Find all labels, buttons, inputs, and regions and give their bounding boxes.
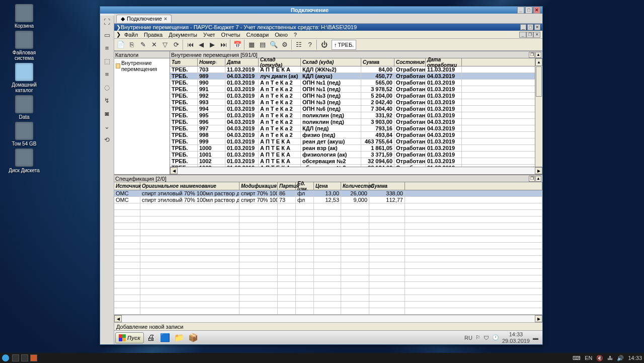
mdi-icon[interactable]: ❯ [116,31,121,38]
host-sound-icon[interactable]: 🔊 [617,355,624,361]
spec-col-header[interactable]: Оригинальное наименование [140,182,239,190]
tb-exit-icon[interactable]: ⏻ [318,39,330,50]
desktop-icon-data[interactable]: Data [4,95,44,120]
tb-grid1-icon[interactable]: ▦ [246,39,257,50]
spec-col-header[interactable]: Цена [314,182,341,190]
tb-help-icon[interactable]: ? [304,39,315,50]
main-col-header[interactable]: Сумма [361,58,394,66]
taskbar-printer-icon[interactable]: 🖨 [145,332,157,343]
host-app1-icon[interactable] [12,354,19,361]
main-grid-body[interactable]: ТРЕБ.70311.03.2019А П Т Е К АКДЛ (ЖК№2)8… [170,66,542,167]
tool-down-icon[interactable]: ⌄ [103,122,111,130]
host-time[interactable]: 14:33 [628,355,642,361]
desktop-icon-home[interactable]: Домашний каталог [4,63,44,93]
spec-col-header[interactable]: Партия [278,182,296,190]
tb-edit-icon[interactable]: ✎ [137,39,148,50]
catalog-tree[interactable]: Внутренние перемещения [114,58,170,174]
table-row[interactable]: ТРЕБ.100001.03.2019А П Т Е К Ареан взр (… [170,145,542,152]
main-hscroll[interactable]: ◀▶ [170,167,542,174]
sort-box[interactable]: ↑ТРЕБ. [332,40,356,50]
tb-search-icon[interactable]: 🔍 [268,39,279,50]
tool-eyedrop-icon[interactable]: ◌ [103,83,111,91]
tb-tools-icon[interactable]: ⚙ [279,39,290,50]
tb-new-icon[interactable]: 📄 [115,39,126,50]
table-row[interactable]: ТРЕБ.70311.03.2019А П Т Е К АКДЛ (ЖК№2)8… [170,66,542,73]
tab-close-icon[interactable]: × [164,16,167,22]
tool-camera-icon[interactable]: ◙ [103,109,111,117]
close-icon[interactable]: ✕ [533,7,540,14]
spec-hscroll[interactable]: ◀▶ [114,315,542,322]
tray-clock-icon[interactable]: 🕐 [492,334,499,341]
table-row[interactable]: ТРЕБ.99001.03.2019А п Т е К а 2ОПН №1 (п… [170,80,542,86]
host-app3-icon[interactable] [30,354,37,361]
table-row[interactable]: ТРЕБ.99101.03.2019А п Т е К а 2ОПН №1 (п… [170,86,542,93]
main-col-header[interactable]: Дата отработки [426,58,462,66]
menu-documents[interactable]: Документы [166,32,200,38]
child-minimize-icon[interactable]: _ [520,24,526,30]
host-app2-icon[interactable] [21,354,28,361]
table-row[interactable]: ОМСспирт этиловый 70% 100мл раствор для … [114,190,542,197]
tool-crop-icon[interactable]: ⬚ [103,57,111,65]
taskbar-app2-icon[interactable]: 📦 [187,332,199,343]
menu-accounting[interactable]: Учет [201,32,218,38]
tool-wrench-icon[interactable]: ↯ [103,96,111,104]
spec-col-header[interactable]: Количество [341,182,369,190]
tb-last-icon[interactable]: ⏭ [218,39,229,50]
menu-reports[interactable]: Отчеты [218,32,243,38]
spec-grid-body[interactable]: ОМСспирт этиловый 70% 100мл раствор для … [114,190,542,315]
main-col-header[interactable]: Склад (откуда) [259,58,301,66]
spec-col-header[interactable]: Сумма [369,182,405,190]
host-vol-icon[interactable]: 🔇 [596,355,603,361]
table-row[interactable]: ТРЕБ.99501.03.2019А п Т е К а 2поликлин … [170,112,542,119]
desktop-icon-trash[interactable]: Корзина [4,4,44,29]
spec-col-header[interactable]: Модификация [239,182,278,190]
table-row[interactable]: ТРЕБ.99301.03.2019А п Т е К а 2ОПН №3 (п… [170,99,542,106]
tb-first-icon[interactable]: ⏮ [185,39,196,50]
main-vscroll[interactable]: ▲ [535,58,542,167]
outer-titlebar[interactable]: Подключение _ □ ✕ [100,7,542,14]
tray-shield-icon[interactable]: 🛡 [484,335,489,341]
tb-delete-icon[interactable]: ✕ [148,39,159,50]
table-row[interactable]: ТРЕБ.99704.03.2019А п Т е К а 2КДЛ (пед)… [170,125,542,132]
pane-restore-icon[interactable]: ❐ [529,52,535,58]
menu-dictionaries[interactable]: Словари [244,32,271,38]
table-row[interactable]: ОМСспирт этиловый 70% 100мл раствор для … [114,197,542,203]
taskbar-explorer-icon[interactable]: 📁 [173,332,185,343]
desktop-icon-filesystem[interactable]: Файловая система [4,31,44,61]
tool-menu-icon[interactable]: ≡ [103,70,111,78]
table-row[interactable]: ТРЕБ.99804.03.2019А п Т е К а 2физио (пе… [170,132,542,138]
desktop-icon-floppy[interactable]: Диск Дискета [4,149,44,173]
child-maximize-icon[interactable]: □ [527,24,533,30]
tray-clock[interactable]: 14:3329.03.2019 [502,331,530,343]
tb-copy-icon[interactable]: ⎘ [126,39,137,50]
menu-edit[interactable]: Правка [141,32,165,38]
tool-select-icon[interactable]: ▭ [103,31,111,39]
main-col-header[interactable]: Склад (куда) [301,58,361,66]
host-lang[interactable]: EN [585,355,592,361]
main-col-header[interactable]: Тип [170,58,198,66]
spec-restore-icon[interactable]: ❐ [529,176,535,182]
main-col-header[interactable]: Номер [198,58,225,66]
table-row[interactable]: ТРЕБ.99604.03.2019А п Т е К а 2поликлин … [170,119,542,125]
tool-fullscreen-icon[interactable]: ⛶ [103,18,111,26]
main-col-header[interactable]: Дата [225,58,259,66]
tb-calendar-icon[interactable]: 📅 [232,39,243,50]
tool-refresh-icon[interactable]: ⟲ [103,135,111,143]
menu-window[interactable]: Окно [272,32,290,38]
main-col-header[interactable]: Состояние [394,58,426,66]
spec-col-header[interactable]: Источник [114,182,140,190]
tab-connection[interactable]: ◆ Подключение × [116,15,172,23]
table-row[interactable]: ТРЕБ.99401.03.2019А п Т е К а 2ОПН №6 (п… [170,106,542,112]
tray-lang[interactable]: RU [464,335,472,341]
spec-col-header[interactable]: Ед. изм. [296,182,314,190]
mdi-restore-icon[interactable]: ❐ [526,32,533,38]
mdi-minimize-icon[interactable]: _ [519,32,526,38]
tool-list-icon[interactable]: ≡ [103,44,111,52]
child-titlebar[interactable]: ❯ Внутренние перемещения - ПАРУС-Бюджет … [114,24,542,31]
pane-max-icon[interactable]: ▲ [535,52,541,58]
tree-root[interactable]: Внутренние перемещения [115,59,169,72]
table-row[interactable]: ТРЕБ.98904.03.2019луч диагн (ак)КДЛ (аку… [170,73,542,80]
mdi-close-icon[interactable]: ✕ [533,32,540,38]
desktop-icon-volume[interactable]: Том 54 GB [4,122,44,147]
tray-desktop-icon[interactable]: ▬ [533,335,538,341]
